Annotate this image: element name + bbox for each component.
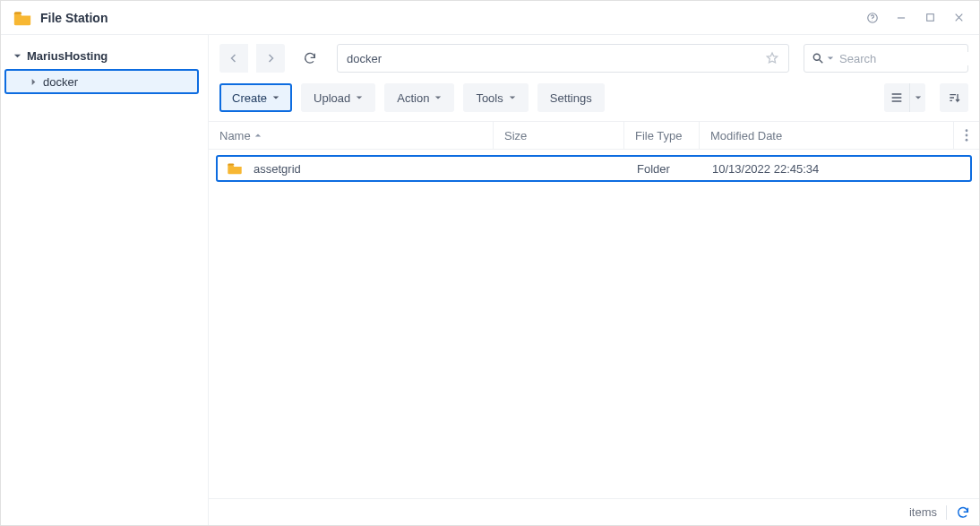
- app-title: File Station: [40, 11, 107, 25]
- minimize-button[interactable]: [890, 6, 913, 30]
- settings-button[interactable]: Settings: [537, 83, 605, 112]
- tools-button[interactable]: Tools: [463, 83, 528, 112]
- tree-item-docker[interactable]: docker: [4, 69, 199, 94]
- chevron-down-icon: [13, 52, 21, 60]
- refresh-button[interactable]: [296, 44, 324, 73]
- settings-label: Settings: [550, 91, 592, 105]
- status-bar: items: [209, 498, 979, 525]
- svg-rect-3: [926, 14, 933, 22]
- titlebar: File Station: [1, 1, 979, 35]
- svg-rect-2: [898, 17, 905, 18]
- caret-down-icon: [356, 94, 363, 101]
- upload-button[interactable]: Upload: [301, 83, 375, 112]
- path-input-wrapper[interactable]: [337, 44, 789, 73]
- col-header-menu[interactable]: [954, 122, 979, 149]
- main-pane: Create Upload Action Tools: [209, 35, 979, 525]
- items-label: items: [909, 505, 937, 519]
- nav-toolbar: [209, 35, 979, 82]
- sort-button[interactable]: [940, 83, 968, 112]
- close-button[interactable]: [947, 6, 970, 30]
- view-mode-dropdown[interactable]: [909, 83, 925, 112]
- caret-down-icon: [272, 94, 279, 101]
- nav-back-button[interactable]: [219, 44, 248, 73]
- tree-item-label: docker: [43, 75, 78, 89]
- tree-root[interactable]: MariusHosting: [4, 44, 199, 67]
- chevron-right-icon: [30, 78, 38, 86]
- col-header-name[interactable]: Name: [209, 122, 494, 149]
- svg-point-6: [966, 134, 968, 137]
- nav-forward-button[interactable]: [256, 44, 285, 73]
- tree-root-label: MariusHosting: [27, 49, 107, 63]
- caret-down-icon: [434, 94, 442, 101]
- action-toolbar: Create Upload Action Tools: [209, 82, 979, 121]
- col-header-type[interactable]: File Type: [624, 122, 700, 149]
- file-type: Folder: [637, 162, 670, 176]
- svg-point-7: [966, 139, 968, 142]
- status-refresh-button[interactable]: [956, 505, 970, 520]
- view-mode-group: [884, 83, 925, 112]
- file-row[interactable]: assetgrid Folder 10/13/2022 22:45:34: [216, 155, 972, 182]
- upload-label: Upload: [314, 91, 350, 105]
- svg-point-1: [872, 20, 873, 21]
- folder-icon: [227, 162, 243, 175]
- file-list: assetgrid Folder 10/13/2022 22:45:34: [209, 150, 979, 498]
- path-input[interactable]: [347, 52, 765, 65]
- divider: [946, 505, 947, 520]
- tools-label: Tools: [476, 91, 503, 105]
- file-name: assetgrid: [254, 162, 301, 176]
- create-label: Create: [232, 91, 267, 105]
- search-box[interactable]: [804, 44, 968, 73]
- svg-point-5: [966, 129, 968, 132]
- svg-point-4: [813, 54, 820, 60]
- search-input[interactable]: [839, 52, 980, 65]
- search-icon: [812, 52, 824, 65]
- col-header-size[interactable]: Size: [494, 122, 624, 149]
- search-dropdown-caret[interactable]: [827, 55, 834, 62]
- sort-asc-icon: [254, 132, 262, 139]
- file-modified: 10/13/2022 22:45:34: [712, 162, 819, 176]
- app-folder-icon: [13, 10, 31, 26]
- view-list-button[interactable]: [884, 83, 909, 112]
- maximize-button[interactable]: [918, 6, 941, 30]
- column-header: Name Size File Type Modified Date: [209, 121, 979, 150]
- caret-down-icon: [509, 94, 516, 101]
- action-button[interactable]: Action: [384, 83, 454, 112]
- sidebar: MariusHosting docker: [1, 35, 209, 525]
- action-label: Action: [397, 91, 429, 105]
- help-button[interactable]: [861, 6, 884, 30]
- create-button[interactable]: Create: [219, 83, 292, 112]
- col-header-modified[interactable]: Modified Date: [700, 122, 954, 149]
- favorite-star-icon[interactable]: [765, 51, 779, 65]
